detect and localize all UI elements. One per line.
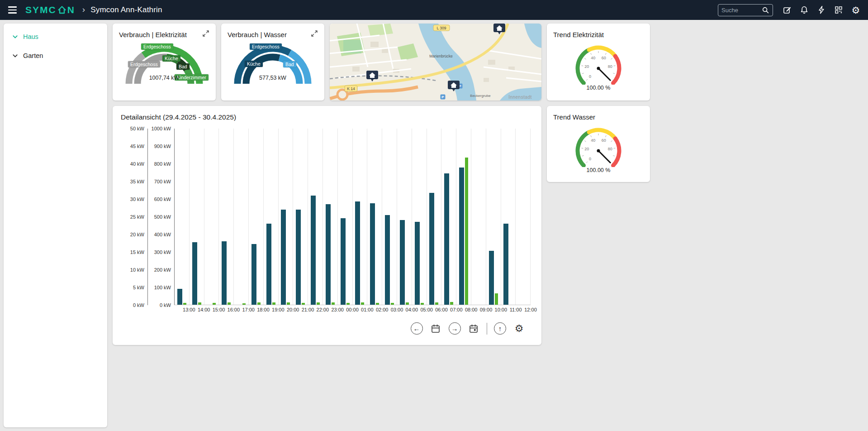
bar-water (317, 302, 320, 305)
bar-electricity (311, 196, 316, 305)
svg-text:80: 80 (608, 147, 612, 151)
actions-button[interactable] (815, 3, 828, 17)
toolbar-divider (487, 323, 488, 335)
chart-settings-button[interactable]: ⚙ (513, 322, 525, 335)
bar-water (272, 302, 275, 305)
chart-slot (486, 129, 501, 305)
svg-text:K 14: K 14 (347, 86, 355, 91)
qr-code-icon (834, 5, 843, 14)
card-verbrauch-elektrizitaet: Verbrauch | Elektrizität Erdgeschoss Erd… (113, 24, 216, 101)
chart-slot (441, 129, 456, 305)
y-tick-label: 800 kW (154, 161, 171, 167)
x-tick-label: 09:00 (480, 307, 493, 312)
bar-water (332, 302, 335, 305)
chart-slot (293, 129, 308, 305)
total-value: 577,53 kW (226, 75, 320, 81)
bar-electricity (251, 244, 256, 305)
expand-button[interactable] (309, 28, 320, 40)
electricity-donut-chart: Erdgeschoss Erdgeschoss Küche Bad Kinder… (117, 42, 211, 96)
chart-slot (323, 129, 338, 305)
edit-button[interactable] (780, 3, 794, 17)
svg-text:0: 0 (589, 157, 591, 161)
menu-button[interactable] (5, 3, 19, 17)
card-detailansicht: Detailansicht (29.4.2025 - 30.4.2025) 0 … (113, 106, 541, 345)
svg-text:40: 40 (591, 138, 595, 143)
bar-electricity (341, 218, 346, 305)
card-verbrauch-wasser: Verbrauch | Wasser Erdgeschoss Küche Bad… (221, 24, 324, 101)
bar-electricity (281, 210, 286, 305)
bar-water (198, 302, 201, 305)
y-tick-label: 100 kW (154, 285, 171, 290)
bar-water (391, 303, 394, 305)
bar-electricity (503, 224, 508, 305)
bar-electricity (296, 210, 301, 305)
y-tick-label: 5 kW (133, 285, 144, 290)
prev-period-button[interactable]: ← (411, 322, 423, 335)
expand-button[interactable] (200, 28, 211, 40)
segment-label: Bad (283, 61, 296, 67)
bar-water (287, 302, 290, 305)
y-tick-label: 50 kW (130, 126, 144, 131)
bar-electricity (459, 168, 464, 305)
expand-icon (311, 30, 318, 37)
chart-slot (397, 129, 412, 305)
aggregation-up-button[interactable]: ↑ (494, 322, 506, 335)
x-tick-label: 19:00 (272, 307, 285, 312)
x-tick-label: 23:00 (331, 307, 344, 312)
notifications-button[interactable] (797, 3, 811, 17)
logo-text-prefix: SYMC (25, 5, 57, 15)
next-period-button[interactable]: → (449, 322, 461, 335)
bar-electricity (415, 222, 420, 305)
qr-code-button[interactable] (832, 3, 845, 17)
search-input[interactable] (721, 7, 760, 14)
map-label-beckergrube: Beckergrube (470, 94, 491, 98)
y-tick-label: 400 kW (154, 232, 171, 237)
map-label-innenstadt: Innenstadt (508, 95, 532, 100)
y-tick-label: 20 kW (130, 232, 144, 237)
bar-electricity (266, 224, 271, 305)
chart-slot (367, 129, 382, 305)
map-widget[interactable]: L 309 K 14 Marienbrücke Beckergrube Inne… (330, 24, 541, 101)
chart-slot (249, 129, 264, 305)
calendar-button[interactable] (430, 322, 442, 335)
chart-slot (427, 129, 442, 305)
y-tick-label: 200 kW (154, 267, 171, 273)
arrow-left-icon: ← (413, 325, 420, 332)
x-tick-label: 17:00 (242, 307, 255, 312)
gauge-value: 100.00 % (551, 167, 645, 173)
sidebar: Haus Garten (4, 24, 107, 427)
x-tick-label: 22:00 (317, 307, 329, 312)
y-tick-label: 25 kW (130, 214, 144, 220)
bar-water (376, 303, 379, 305)
chevron-down-icon[interactable] (12, 34, 19, 40)
card-title: Trend Elektrizität (551, 28, 645, 38)
total-value: 1007,74 kW (117, 75, 211, 81)
x-tick-label: 20:00 (287, 307, 299, 312)
x-tick-label: 14:00 (198, 307, 210, 312)
app-logo[interactable]: SYMC N (25, 5, 75, 15)
sidebar-item-garten[interactable]: Garten (4, 46, 107, 65)
svg-text:60: 60 (602, 56, 606, 60)
y-tick-label: 0 kW (160, 302, 171, 308)
sidebar-item-haus[interactable]: Haus (4, 27, 107, 46)
bar-electricity (222, 241, 227, 305)
chart-slot (234, 129, 249, 305)
x-tick-label: 02:00 (376, 307, 389, 312)
bar-water (242, 303, 246, 305)
bar-electricity (429, 193, 434, 305)
y-tick-label: 900 kW (154, 144, 171, 149)
x-tick-label: 15:00 (213, 307, 225, 312)
search-icon[interactable] (762, 6, 769, 14)
water-donut-chart: Erdgeschoss Küche Bad 577,53 kW (226, 42, 320, 96)
y-tick-label: 40 kW (130, 161, 144, 167)
jump-to-date-button[interactable] (468, 322, 480, 335)
bar-water (435, 302, 438, 305)
electricity-gauge-chart: 020406080 (567, 39, 630, 85)
calendar-day-icon (469, 324, 479, 334)
detail-bar-chart: 0 kW5 kW10 kW15 kW20 kW25 kW30 kW35 kW40… (119, 129, 535, 315)
chevron-down-icon[interactable] (12, 53, 19, 59)
x-axis-labels: 13:0014:0015:0016:0017:0018:0019:0020:00… (174, 307, 531, 315)
bar-water (361, 302, 364, 305)
bar-electricity (444, 173, 449, 305)
settings-button[interactable]: ⚙ (849, 3, 863, 17)
